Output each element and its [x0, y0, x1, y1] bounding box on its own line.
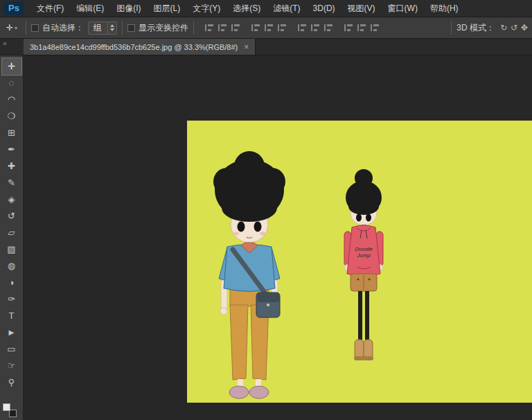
distribute-horizontal-centers-icon[interactable]: [356, 23, 366, 33]
girl-boot-right: [364, 340, 373, 359]
dodge-tool[interactable]: ◑: [2, 274, 21, 291]
distribute-top-edges-icon[interactable]: [296, 23, 307, 33]
align-bottom-edges-icon[interactable]: [276, 23, 287, 33]
options-bar: ✛ ▾ 自动选择： 组 显示变换控件 3D 模式： ↻↺✥: [0, 17, 532, 39]
girl-leg-right: [365, 291, 369, 341]
foreground-color-swatch[interactable]: [3, 403, 10, 411]
checkbox-icon[interactable]: [31, 24, 39, 32]
clone-stamp-tool[interactable]: ◈: [2, 191, 21, 208]
boy-eye-left: [238, 222, 245, 232]
3d-mode-label: 3D 模式：: [456, 22, 495, 34]
lasso-tool[interactable]: ◠: [2, 91, 21, 108]
menu-items: 文件(F)编辑(E)图像(I)图层(L)文字(Y)选择(S)滤镜(T)3D(D)…: [30, 0, 465, 17]
separator: [451, 21, 452, 35]
spot-healing-brush-tool[interactable]: ✚: [2, 158, 21, 175]
color-swatches[interactable]: [3, 403, 17, 417]
menu-bar: Ps 文件(F)编辑(E)图像(I)图层(L)文字(Y)选择(S)滤镜(T)3D…: [0, 0, 532, 17]
boy-shoe-right: [249, 386, 269, 399]
tab-bar: » 3b1a48e89ce14cd99ffbd536b7cb625e.jpg @…: [0, 39, 532, 55]
main-area: ✛◌◠❍⊞✒✚✎◈↺▱▧◍◑✑T►▭☞⚲: [0, 55, 532, 420]
show-transform-controls-checkbox[interactable]: 显示变换控件: [127, 22, 188, 34]
canvas-area: Doodle Jump: [24, 55, 532, 420]
girl-eye-right: [366, 214, 371, 222]
combo-stepper-icon[interactable]: [107, 22, 116, 34]
girl-figure: Doodle Jump: [344, 169, 383, 360]
align-right-edges-icon[interactable]: [230, 23, 240, 33]
3d-roll-icon[interactable]: ↺: [509, 23, 520, 33]
distribute-right-edges-icon[interactable]: [369, 23, 380, 33]
photoshop-window: Ps 文件(F)编辑(E)图像(I)图层(L)文字(Y)选择(S)滤镜(T)3D…: [0, 0, 532, 420]
toolbar-header: »: [0, 39, 24, 55]
boy-figure: [213, 151, 285, 399]
menu-item-1[interactable]: 文件(F): [30, 0, 70, 17]
chevron-down-icon: ▾: [15, 25, 17, 31]
distribute-left-edges-icon[interactable]: [343, 23, 353, 33]
combobox-value: 组: [89, 22, 107, 34]
menu-item-9[interactable]: 视图(V): [342, 0, 382, 17]
3d-mode-section: 3D 模式： ↻↺✥: [446, 21, 529, 35]
distribute-vertical-centers-icon[interactable]: [310, 23, 320, 33]
move-tool-icon: ✛: [6, 23, 13, 33]
girl-boot-left: [355, 340, 364, 359]
menu-item-2[interactable]: 编辑(E): [70, 0, 110, 17]
auto-select-target-combobox[interactable]: 组: [88, 21, 117, 35]
show-transform-label: 显示变换控件: [139, 22, 188, 34]
pen-tool[interactable]: ✑: [2, 291, 21, 308]
girl-leg-left: [358, 291, 362, 341]
menu-item-3[interactable]: 图像(I): [110, 0, 147, 17]
align-groups: [199, 23, 384, 33]
brush-tool[interactable]: ✎: [2, 175, 21, 191]
hand-tool[interactable]: ☞: [2, 358, 21, 374]
gradient-tool[interactable]: ▧: [2, 241, 21, 258]
distribute-bottom-edges-icon[interactable]: [323, 23, 333, 33]
girl-hoodie-text-line2: Jump: [356, 252, 371, 259]
checkbox-icon[interactable]: [127, 24, 135, 32]
zoom-tool[interactable]: ⚲: [2, 374, 21, 391]
elliptical-marquee-tool[interactable]: ◌: [2, 75, 21, 91]
toolbar-collapse-icon[interactable]: »: [0, 39, 7, 47]
menu-item-7[interactable]: 滤镜(T): [267, 0, 306, 17]
align-vertical-centers-icon[interactable]: [263, 23, 274, 33]
crop-tool[interactable]: ⊞: [2, 125, 21, 141]
quick-selection-tool[interactable]: ❍: [2, 108, 21, 125]
menu-item-11[interactable]: 帮助(H): [424, 0, 465, 17]
menu-item-5[interactable]: 文字(Y): [186, 0, 227, 17]
artwork-svg: Doodle Jump: [187, 121, 532, 403]
menu-item-6[interactable]: 选择(S): [227, 0, 267, 17]
menu-item-8[interactable]: 3D(D): [307, 0, 342, 17]
separator: [122, 21, 123, 35]
tool-column: ✛◌◠❍⊞✒✚✎◈↺▱▧◍◑✑T►▭☞⚲: [0, 58, 23, 391]
history-brush-tool[interactable]: ↺: [2, 208, 21, 225]
align-top-edges-icon[interactable]: [250, 23, 260, 33]
eraser-tool[interactable]: ▱: [2, 225, 21, 241]
auto-select-label: 自动选择：: [42, 22, 84, 34]
tools-panel: ✛◌◠❍⊞✒✚✎◈↺▱▧◍◑✑T►▭☞⚲: [0, 55, 24, 420]
separator: [193, 21, 194, 35]
type-tool[interactable]: T: [2, 308, 21, 324]
rectangle-tool[interactable]: ▭: [2, 341, 21, 358]
document-tab[interactable]: 3b1a48e89ce14cd99ffbd536b7cb625e.jpg @ 3…: [24, 39, 256, 55]
current-tool-preset[interactable]: ✛ ▾: [3, 21, 21, 34]
icon-group-1: [202, 23, 242, 33]
3d-pan-icon[interactable]: ✥: [519, 23, 529, 33]
menu-item-4[interactable]: 图层(L): [148, 0, 187, 17]
menu-item-10[interactable]: 窗口(W): [382, 0, 424, 17]
icon-group-4: [342, 23, 381, 33]
align-left-edges-icon[interactable]: [204, 23, 214, 33]
girl-hoodie-text-line1: Doodle: [355, 246, 373, 252]
canvas-image[interactable]: Doodle Jump: [187, 121, 532, 403]
boy-eye-right: [254, 222, 262, 232]
boy-pants-left: [230, 305, 248, 380]
move-tool[interactable]: ✛: [2, 58, 21, 75]
align-horizontal-centers-icon[interactable]: [217, 23, 227, 33]
boy-shoe-left: [229, 386, 249, 399]
separator: [26, 21, 26, 35]
tab-close-icon[interactable]: ×: [244, 43, 249, 51]
path-selection-tool[interactable]: ►: [2, 324, 21, 341]
3d-rotate-icon[interactable]: ↻: [499, 23, 509, 33]
eyedropper-tool[interactable]: ✒: [2, 141, 21, 158]
auto-select-checkbox[interactable]: 自动选择：: [31, 22, 84, 34]
blur-tool[interactable]: ◍: [2, 258, 21, 274]
photoshop-logo-icon[interactable]: Ps: [4, 1, 24, 15]
document-tab-title: 3b1a48e89ce14cd99ffbd536b7cb625e.jpg @ 3…: [30, 43, 238, 51]
